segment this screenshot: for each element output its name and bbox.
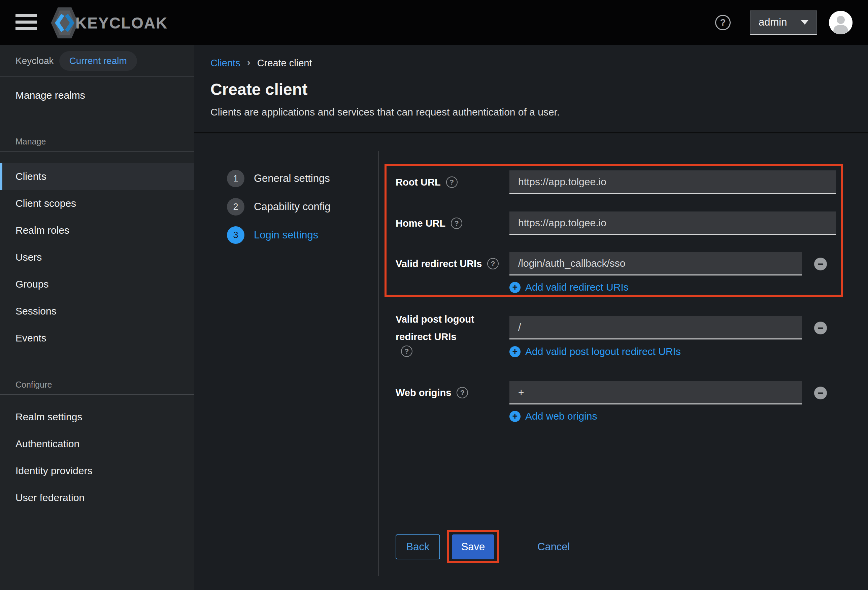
main-content: Clients › Create client Create client Cl… (194, 45, 868, 590)
redirect-uris-help-icon[interactable] (487, 258, 499, 269)
post-logout-uri-input[interactable] (509, 316, 802, 339)
user-menu-dropdown[interactable]: admin (750, 10, 817, 35)
page-title: Create client (210, 80, 307, 99)
sidebar-group-configure: Configure (0, 379, 194, 390)
sidebar-item-client-scopes[interactable]: Client scopes (0, 190, 194, 217)
add-redirect-uri-link[interactable]: Add valid redirect URIs (509, 281, 629, 293)
keycloak-admin-console: KEYCLOAK admin Keycloak Current realm Ma… (0, 0, 868, 590)
sidebar-group-manage-items: Clients Client scopes Realm roles Users … (0, 163, 194, 352)
sidebar: Keycloak Current realm Manage realms Man… (0, 45, 194, 590)
add-web-origins-link[interactable]: Add web origins (509, 411, 597, 422)
home-url-help-icon[interactable] (451, 217, 462, 229)
current-realm-pill[interactable]: Current realm (59, 51, 137, 71)
home-url-label-row: Home URL (396, 214, 503, 232)
wizard-step-login-settings[interactable]: 3 Login settings (227, 226, 318, 244)
back-button[interactable]: Back (396, 534, 440, 559)
add-redirect-uri-label: Add valid redirect URIs (525, 281, 629, 293)
hamburger-menu-icon[interactable] (15, 14, 37, 30)
avatar[interactable] (829, 11, 853, 34)
breadcrumb: Clients › Create client (210, 57, 312, 69)
remove-post-logout-uri-button[interactable] (814, 322, 827, 334)
plus-circle-icon (509, 411, 521, 422)
wizard-step-capability-config[interactable]: 2 Capability config (227, 198, 330, 216)
root-url-help-icon[interactable] (446, 176, 458, 188)
sidebar-item-realm-roles[interactable]: Realm roles (0, 217, 194, 244)
root-url-input[interactable] (509, 170, 836, 194)
sidebar-item-groups[interactable]: Groups (0, 271, 194, 298)
wizard-form-divider (378, 151, 379, 576)
brand-wordmark: KEYCLOAK (75, 14, 168, 32)
web-origins-help-icon[interactable] (456, 387, 468, 398)
step-number: 1 (227, 170, 244, 187)
web-origins-input[interactable] (509, 381, 802, 404)
sidebar-group-manage: Manage (0, 136, 194, 147)
remove-redirect-uri-button[interactable] (814, 257, 827, 271)
save-button[interactable]: Save (452, 534, 494, 559)
sidebar-divider (0, 151, 194, 152)
breadcrumb-current: Create client (257, 58, 312, 69)
keycloak-logo: KEYCLOAK (49, 6, 168, 40)
wizard-step-general-settings[interactable]: 1 General settings (227, 170, 330, 187)
sidebar-divider (0, 394, 194, 395)
web-origins-label-row: Web origins (396, 384, 503, 401)
sidebar-item-realm-settings[interactable]: Realm settings (0, 404, 194, 430)
sidebar-item-events[interactable]: Events (0, 325, 194, 352)
step-number: 3 (227, 226, 244, 244)
post-logout-label-row: Valid post logout redirect URIs (396, 311, 503, 357)
plus-circle-icon (509, 282, 521, 293)
chevron-down-icon (801, 20, 808, 25)
root-url-label: Root URL (396, 173, 441, 191)
web-origins-label: Web origins (396, 384, 451, 401)
breadcrumb-clients-link[interactable]: Clients (210, 58, 241, 69)
redirect-uri-input[interactable] (509, 252, 802, 275)
remove-web-origin-button[interactable] (814, 387, 827, 399)
realm-label: Keycloak (15, 56, 54, 67)
sidebar-item-user-federation[interactable]: User federation (0, 484, 194, 511)
redirect-uris-label-row: Valid redirect URIs (396, 255, 503, 272)
topbar: KEYCLOAK admin (0, 0, 868, 45)
sidebar-item-identity-providers[interactable]: Identity providers (0, 457, 194, 484)
post-logout-label: Valid post logout redirect URIs (396, 311, 503, 346)
home-url-label: Home URL (396, 214, 446, 232)
sidebar-item-sessions[interactable]: Sessions (0, 298, 194, 325)
breadcrumb-chevron-icon: › (247, 56, 251, 68)
cancel-link[interactable]: Cancel (537, 534, 570, 559)
step-number: 2 (227, 198, 244, 216)
add-post-logout-uri-label: Add valid post logout redirect URIs (525, 346, 681, 357)
sidebar-item-manage-realms[interactable]: Manage realms (0, 82, 194, 108)
add-post-logout-uri-link[interactable]: Add valid post logout redirect URIs (509, 346, 681, 357)
sidebar-item-authentication[interactable]: Authentication (0, 430, 194, 457)
sidebar-item-users[interactable]: Users (0, 244, 194, 271)
step-label: General settings (254, 172, 330, 185)
username-label: admin (759, 16, 787, 28)
root-url-label-row: Root URL (396, 173, 503, 191)
help-icon[interactable] (715, 15, 731, 30)
realm-switcher: Keycloak Current realm (0, 45, 194, 77)
page-subtitle: Clients are applications and services th… (210, 106, 559, 118)
redirect-uris-label: Valid redirect URIs (396, 255, 482, 272)
plus-circle-icon (509, 346, 521, 357)
sidebar-group-configure-items: Realm settings Authentication Identity p… (0, 404, 194, 511)
step-label: Login settings (254, 229, 318, 241)
home-url-input[interactable] (509, 211, 836, 235)
post-logout-help-icon[interactable] (401, 346, 412, 357)
sidebar-item-clients[interactable]: Clients (0, 163, 194, 190)
step-label: Capability config (254, 201, 330, 213)
add-web-origins-label: Add web origins (525, 411, 597, 422)
